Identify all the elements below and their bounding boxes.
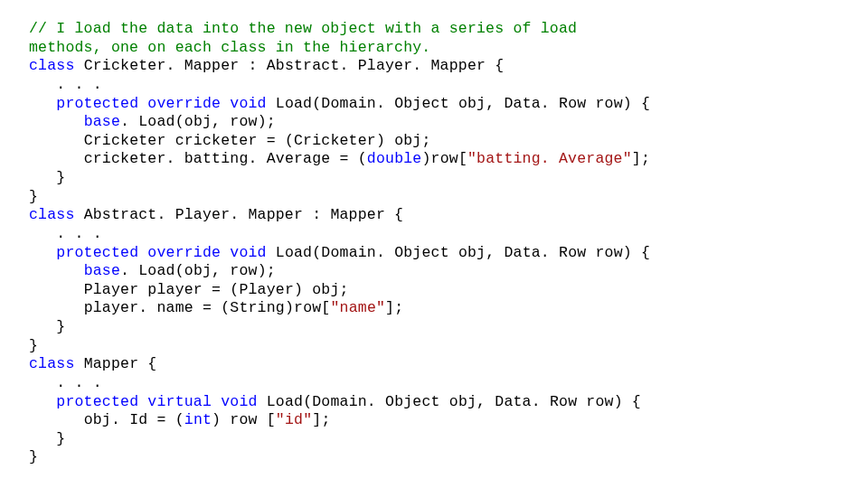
- str-name: "name": [330, 299, 385, 316]
- kw-class: class: [29, 57, 75, 74]
- str-id: "id": [276, 411, 312, 428]
- ellipsis-1: . . .: [56, 76, 102, 93]
- method-load-2: Load: [276, 244, 312, 261]
- str-batting-average: "batting. Average": [467, 150, 632, 167]
- code-listing: // I load the data into the new object w…: [0, 0, 868, 487]
- class-name-2: Abstract. Player. Mapper: [84, 206, 303, 223]
- method-load-1: Load: [276, 95, 312, 112]
- class-name-1: Cricketer. Mapper: [84, 57, 240, 74]
- base-class-1: Abstract. Player. Mapper: [267, 57, 486, 74]
- ellipsis-2: . . .: [56, 225, 102, 242]
- class-name-3: Mapper: [84, 355, 139, 372]
- comment-line-2: methods, one on each class in the hierar…: [29, 39, 430, 56]
- method-load-3: Load: [267, 393, 303, 410]
- ellipsis-3: . . .: [56, 374, 102, 391]
- base-class-2: Mapper: [330, 206, 385, 223]
- comment-line-1: // I load the data into the new object w…: [29, 20, 577, 37]
